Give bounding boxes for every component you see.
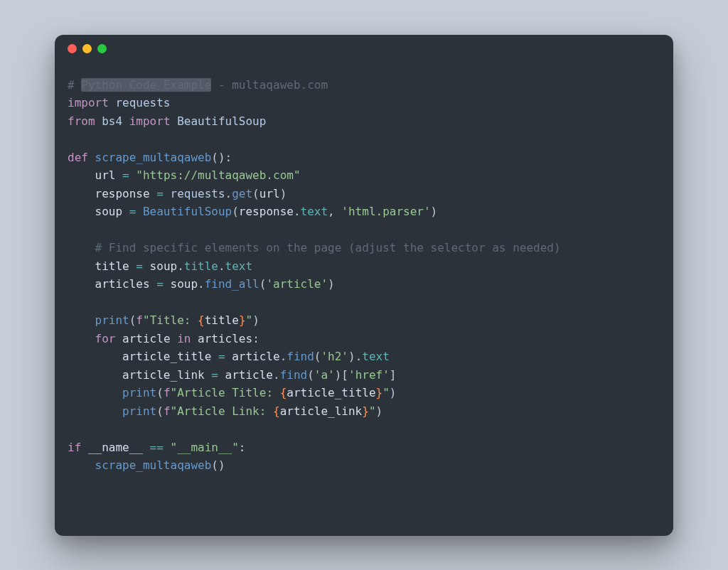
kw-if: if — [68, 441, 81, 454]
kw-for: for — [95, 332, 116, 345]
var-title: title — [95, 259, 129, 273]
module-requests: requests — [115, 96, 170, 109]
var-articles: articles — [95, 277, 150, 291]
fn-beautifulsoup: BeautifulSoup — [143, 205, 232, 218]
kw-from: from — [68, 114, 95, 128]
kw-def: def — [68, 151, 88, 164]
var-url: url — [95, 168, 116, 182]
var-response: response — [95, 187, 150, 200]
kw-import: import — [68, 96, 109, 109]
fn-name: scrape_multaqaweb — [95, 151, 212, 164]
fn-get: get — [232, 187, 252, 200]
var-article-link: article_link — [122, 368, 205, 382]
fn-findall: find_all — [205, 277, 259, 291]
module-beautifulsoup: BeautifulSoup — [177, 114, 266, 128]
module-bs4: bs4 — [102, 114, 122, 128]
kw-import: import — [129, 114, 171, 128]
fn-call: scrape_multaqaweb — [95, 458, 212, 472]
titlebar — [55, 35, 673, 63]
string-parser: 'html.parser' — [341, 205, 430, 218]
var-article-title: article_title — [122, 350, 211, 363]
string-main: "__main__" — [171, 441, 239, 454]
dunder-name: __name__ — [88, 441, 143, 454]
comment: # Find specific elements on the page (ad… — [95, 241, 561, 254]
minimize-icon[interactable] — [82, 44, 92, 53]
var-soup: soup — [95, 205, 123, 218]
text-selection: Python Code Example — [81, 78, 211, 92]
code-window: # Python Code Example - multaqaweb.com i… — [55, 35, 673, 536]
code-editor[interactable]: # Python Code Example - multaqaweb.com i… — [55, 63, 673, 536]
string-url: "https://multaqaweb.com" — [136, 168, 300, 182]
maximize-icon[interactable] — [97, 44, 107, 53]
close-icon[interactable] — [68, 44, 77, 53]
comment: # Python Code Example - multaqaweb.com — [68, 78, 328, 92]
fn-print: print — [95, 313, 129, 327]
